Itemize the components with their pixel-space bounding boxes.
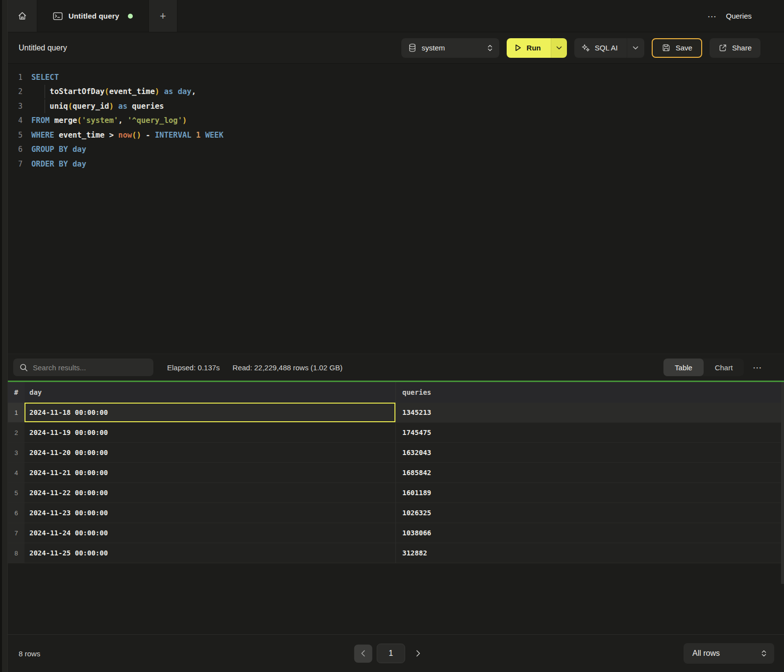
updown-chevron-icon [760, 649, 767, 657]
line-number: 4 [8, 116, 23, 125]
cell-queries[interactable]: 1345213 [395, 403, 784, 422]
code-line[interactable]: 1SELECT [8, 70, 784, 85]
cell-queries[interactable]: 1601189 [395, 483, 784, 503]
view-toggle: Table Chart [663, 359, 744, 376]
run-button-group: Run [507, 38, 567, 58]
results-table: # day queries 12024-11-18 00:00:00134521… [8, 382, 784, 563]
database-select-value: system [422, 44, 481, 52]
code-line[interactable]: 5WHERE event_time > now() - INTERVAL 1 W… [8, 128, 784, 143]
row-index: 5 [8, 483, 24, 503]
cell-day[interactable]: 2024-11-24 00:00:00 [24, 523, 395, 543]
results-more-icon[interactable]: ⋯ [753, 363, 762, 372]
table-row: 82024-11-25 00:00:00312882 [8, 543, 784, 563]
code-line[interactable]: 7ORDER BY day [8, 157, 784, 171]
page-size-select[interactable]: All rows [684, 643, 774, 664]
share-label: Share [732, 44, 752, 52]
read-stat: Read: 22,229,488 rows (1.02 GB) [233, 363, 343, 372]
table-row: 42024-11-21 00:00:001685842 [8, 463, 784, 483]
cell-queries[interactable]: 1745475 [395, 423, 784, 442]
database-icon [408, 43, 416, 52]
sql-ai-button[interactable]: SQL AI [574, 38, 644, 58]
cell-day[interactable]: 2024-11-18 00:00:00 [24, 403, 395, 422]
code-text: uniq(query_id) as queries [23, 102, 164, 111]
row-index: 1 [8, 403, 24, 422]
cell-queries[interactable]: 1026325 [395, 503, 784, 523]
row-index: 4 [8, 463, 24, 482]
code-line[interactable]: 4FROM merge('system', '^query_log') [8, 114, 784, 128]
code-line[interactable]: 6GROUP BY day [8, 143, 784, 157]
search-box[interactable] [13, 359, 153, 376]
line-number: 5 [8, 131, 23, 140]
line-number: 6 [8, 145, 23, 154]
sql-console: Untitled query + ⋯ Queries Untitled quer… [8, 0, 784, 672]
search-icon [20, 363, 28, 372]
elapsed-stat: Elapsed: 0.137s [167, 363, 220, 372]
share-button[interactable]: Share [710, 38, 760, 58]
row-index: 8 [8, 543, 24, 563]
cell-day[interactable]: 2024-11-21 00:00:00 [24, 463, 395, 482]
line-number: 2 [8, 87, 23, 96]
unsaved-status-dot [128, 14, 133, 19]
chevron-down-icon [556, 46, 562, 50]
cell-queries[interactable]: 312882 [395, 543, 784, 563]
left-rail [0, 0, 8, 672]
table-row: 52024-11-22 00:00:001601189 [8, 483, 784, 503]
code-line[interactable]: 3 uniq(query_id) as queries [8, 99, 784, 114]
run-button-label: Run [527, 44, 541, 52]
cell-day[interactable]: 2024-11-25 00:00:00 [24, 543, 395, 563]
column-header-day[interactable]: day [24, 382, 395, 403]
new-tab-button[interactable]: + [149, 0, 177, 32]
scrollbar[interactable] [781, 382, 784, 584]
queries-link[interactable]: Queries [726, 12, 752, 20]
sql-editor[interactable]: 1SELECT2 toStartOfDay(event_time) as day… [8, 64, 784, 354]
cell-queries[interactable]: 1685842 [395, 463, 784, 482]
column-header-queries[interactable]: queries [395, 382, 784, 403]
code-text: WHERE event_time > now() - INTERVAL 1 WE… [23, 131, 223, 140]
save-icon [662, 43, 671, 52]
previous-page-button[interactable] [354, 645, 372, 663]
cell-day[interactable]: 2024-11-19 00:00:00 [24, 423, 395, 442]
code-text: SELECT [23, 73, 59, 82]
results-footer: 8 rows 1 All rows [8, 634, 784, 672]
next-page-button[interactable] [410, 645, 426, 663]
cell-day[interactable]: 2024-11-22 00:00:00 [24, 483, 395, 503]
header-actions: system Run [401, 38, 784, 58]
cell-queries[interactable]: 1038066 [395, 523, 784, 543]
chart-view-button[interactable]: Chart [704, 359, 744, 376]
table-row: 12024-11-18 00:00:001345213 [8, 403, 784, 423]
database-select[interactable]: system [401, 38, 499, 58]
current-page-button[interactable]: 1 [377, 644, 405, 663]
cell-day[interactable]: 2024-11-23 00:00:00 [24, 503, 395, 523]
tab-untitled-query[interactable]: Untitled query [37, 0, 149, 32]
home-tab[interactable] [8, 0, 37, 32]
save-button[interactable]: Save [652, 38, 702, 58]
code-text: toStartOfDay(event_time) as day, [23, 87, 196, 96]
table-body: 12024-11-18 00:00:00134521322024-11-19 0… [8, 403, 784, 563]
code-lines: 1SELECT2 toStartOfDay(event_time) as day… [8, 70, 784, 171]
table-view-button[interactable]: Table [663, 359, 704, 376]
terminal-icon [53, 12, 63, 21]
line-number: 7 [8, 160, 23, 168]
pagination: 1 [354, 644, 426, 663]
cell-day[interactable]: 2024-11-20 00:00:00 [24, 443, 395, 462]
cell-queries[interactable]: 1632043 [395, 443, 784, 462]
line-number: 3 [8, 102, 23, 111]
table-row: 22024-11-19 00:00:001745475 [8, 423, 784, 443]
play-icon [514, 44, 522, 52]
more-options-icon[interactable]: ⋯ [707, 11, 717, 21]
run-options-button[interactable] [551, 38, 567, 58]
code-text: ORDER BY day [23, 160, 86, 168]
column-header-index[interactable]: # [8, 382, 24, 403]
plus-icon: + [160, 10, 166, 23]
tab-bar: Untitled query + ⋯ Queries [8, 0, 784, 32]
save-label: Save [676, 44, 692, 52]
home-icon [17, 11, 27, 21]
run-button[interactable]: Run [507, 38, 551, 58]
table-row: 72024-11-24 00:00:001038066 [8, 523, 784, 543]
results-toolbar: Elapsed: 0.137s Read: 22,229,488 rows (1… [8, 354, 784, 381]
code-line[interactable]: 2 toStartOfDay(event_time) as day, [8, 85, 784, 99]
search-input[interactable] [33, 363, 147, 372]
sql-ai-options-button[interactable] [627, 38, 644, 58]
row-index: 3 [8, 443, 24, 462]
sparkles-icon [581, 44, 590, 52]
